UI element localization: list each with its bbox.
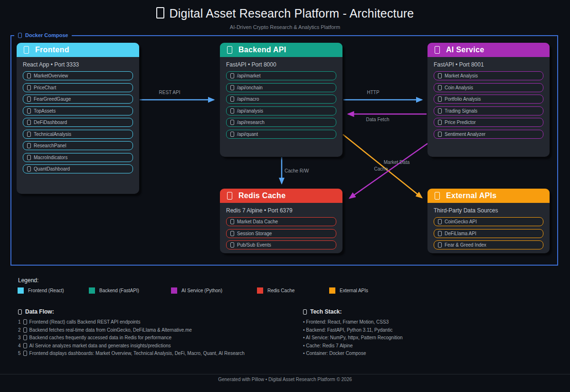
component-label: PriceChart	[34, 85, 56, 90]
component-icon	[27, 96, 31, 102]
keycap-icon	[23, 335, 27, 340]
redis-color-swatch	[257, 287, 263, 294]
data-flow-step: 1Frontend (React) calls Backend REST API…	[18, 319, 140, 325]
api-label: CoinGecko API	[445, 219, 477, 224]
frontend-component-item: TopAssets	[23, 106, 133, 115]
footer-text: Generated with Pillow • Digital Asset Re…	[0, 377, 570, 382]
backend-endpoint-item: /api/market	[226, 71, 336, 80]
arrow-label-cache: Cache	[372, 166, 390, 172]
data-flow-step: 2Backend fetches real-time data from Coi…	[18, 327, 192, 333]
step-text: Frontend displays dashboards: Market Ove…	[29, 351, 245, 356]
feature-label: Market Data Cache	[237, 219, 278, 224]
legend-label: External APIs	[340, 288, 368, 293]
endpoint-label: /api/quant	[237, 132, 258, 137]
backend-card: Backend API FastAPI • Port 8000 /api/mar…	[220, 43, 342, 157]
module-label: Coin Analysis	[445, 85, 473, 90]
frontend-card-header: Frontend	[17, 43, 139, 57]
database-icon	[227, 192, 232, 200]
module-icon	[438, 120, 442, 125]
module-icon	[438, 85, 442, 90]
arrow-label-http: HTTP	[360, 90, 386, 95]
endpoint-label: /api/research	[237, 120, 265, 125]
tech-stack-heading: Tech Stack:	[303, 308, 342, 315]
legend-item-frontend: Frontend (React)	[18, 287, 64, 294]
frontend-component-item: MacroIndicators	[23, 153, 133, 162]
backend-card-subtitle: FastAPI • Port 8000	[220, 57, 342, 71]
step-text: Backend caches frequently accessed data …	[29, 335, 172, 340]
tech-stack-item: • Frontend: React, Framer Motion, CSS3	[303, 319, 389, 325]
step-number: 2	[18, 327, 21, 333]
external-apis-card-title: External APIs	[446, 191, 496, 200]
step-text: AI Service analyzes market data and gene…	[29, 343, 171, 348]
arrow-label-market-data: Market Data	[382, 160, 411, 165]
module-label: Portfolio Analysis	[445, 96, 481, 102]
frontend-component-item: DeFiDashboard	[23, 118, 133, 127]
feature-icon	[230, 219, 234, 224]
frontend-component-item: TechnicalAnalysis	[23, 130, 133, 139]
module-label: Trading Signals	[445, 108, 477, 114]
api-label: DeFiLlama API	[445, 231, 476, 236]
external-api-item: DeFiLlama API	[434, 229, 543, 238]
endpoint-icon	[230, 108, 234, 114]
tech-stack-heading-text: Tech Stack:	[310, 308, 342, 315]
ai-service-card-title: AI Service	[446, 46, 484, 54]
ai-module-item: Portfolio Analysis	[434, 95, 543, 104]
feature-label: Session Storage	[237, 231, 272, 236]
ai-color-swatch	[171, 287, 177, 294]
backend-endpoint-item: /api/analysis	[226, 106, 336, 115]
page-title: Digital Asset Research Platform - Archit…	[0, 7, 570, 20]
wrench-icon	[303, 309, 307, 315]
keycap-icon	[23, 319, 27, 325]
component-label: TechnicalAnalysis	[34, 132, 71, 137]
component-icon	[27, 73, 31, 78]
module-label: Market Analysis	[445, 73, 478, 78]
page-title-text: Digital Asset Research Platform - Archit…	[170, 7, 414, 20]
frontend-component-item: MarketOverview	[23, 71, 133, 80]
arrow-label-cache-rw: Cache R/W	[285, 168, 313, 173]
external-apis-card-header: External APIs	[428, 189, 550, 203]
component-icon	[27, 85, 31, 90]
redis-cache-card-header: Redis Cache	[220, 189, 342, 203]
legend-item-ai: AI Service (Python)	[171, 287, 222, 294]
monitor-icon	[24, 46, 29, 54]
arrow-label-rest-api: REST API	[155, 90, 184, 95]
external-color-swatch	[329, 287, 335, 294]
ai-module-item: Market Analysis	[434, 71, 543, 80]
module-icon	[438, 132, 442, 137]
backend-card-title: Backend API	[238, 46, 286, 54]
feature-icon	[230, 242, 234, 248]
endpoint-icon	[230, 73, 234, 78]
legend-label: Redis Cache	[267, 288, 294, 293]
data-flow-heading-text: Data Flow:	[25, 308, 54, 315]
component-icon	[27, 143, 31, 148]
redis-cache-card-subtitle: Redis 7 Alpine • Port 6379	[220, 203, 342, 217]
component-label: FearGreedGauge	[34, 96, 71, 102]
endpoint-label: /api/onchain	[237, 85, 263, 90]
gear-icon	[227, 46, 232, 54]
component-label: DeFiDashboard	[34, 120, 67, 125]
redis-feature-item: Session Storage	[226, 229, 336, 238]
step-number: 1	[18, 319, 21, 325]
api-icon	[438, 219, 442, 224]
ai-module-item: Trading Signals	[434, 106, 543, 115]
component-icon	[27, 120, 31, 125]
component-label: TopAssets	[34, 108, 56, 114]
backend-endpoint-item: /api/quant	[226, 130, 336, 139]
backend-card-header: Backend API	[220, 43, 342, 57]
api-icon	[438, 231, 442, 236]
chart-icon	[18, 309, 22, 315]
frontend-card-subtitle: React App • Port 3333	[17, 57, 139, 71]
external-apis-card-subtitle: Third-Party Data Sources	[428, 203, 550, 217]
redis-feature-item: Pub/Sub Events	[226, 240, 336, 249]
frontend-card: Frontend React App • Port 3333 MarketOve…	[17, 43, 139, 194]
component-label: ResearchPanel	[34, 143, 66, 148]
whale-icon	[18, 33, 22, 38]
docker-compose-label-text: Docker Compose	[25, 32, 68, 39]
legend-item-external: External APIs	[329, 287, 368, 294]
legend-item-redis: Redis Cache	[257, 287, 294, 294]
module-icon	[438, 73, 442, 78]
module-icon	[438, 108, 442, 114]
robot-icon	[435, 46, 440, 54]
module-label: Sentiment Analyzer	[445, 132, 485, 137]
endpoint-icon	[230, 85, 234, 90]
